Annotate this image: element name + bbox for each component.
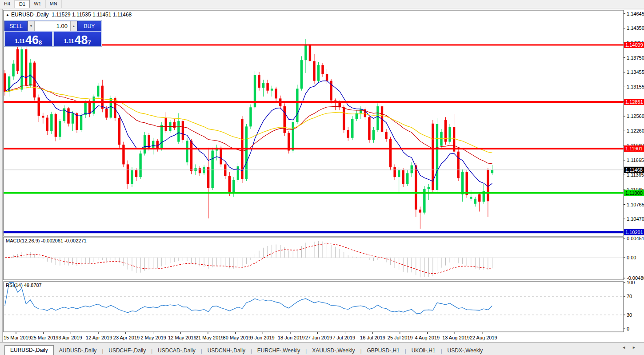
symbol-tab-usdchf[interactable]: USDCHF-,Daily — [103, 346, 151, 355]
timeframe-button-mn[interactable]: MN — [46, 0, 62, 8]
symbol-tab-usdx[interactable]: USDX-,Weekly — [442, 346, 488, 355]
svg-text:1.11365: 1.11365 — [627, 172, 644, 178]
svg-text:30: 30 — [627, 312, 632, 318]
bid-price-main: 46 — [25, 35, 39, 45]
rsi-value: 49.8787 — [24, 282, 42, 288]
svg-text:0: 0 — [627, 326, 629, 331]
ask-price-box[interactable]: 1.11487 — [54, 32, 101, 46]
chart-canvas[interactable]: 1.146451.143501.140551.137501.134551.131… — [0, 9, 644, 342]
date-axis: 15 Mar 201925 Mar 20193 Apr 201912 Apr 2… — [4, 332, 497, 340]
rsi-indicator-label: RSI(14) 49.8787 — [6, 282, 42, 288]
svg-text:15 Mar 2019: 15 Mar 2019 — [4, 335, 31, 340]
chart-symbol-label: EURUSD-,Daily — [11, 12, 49, 18]
svg-text:4 Aug 2019: 4 Aug 2019 — [415, 335, 440, 340]
macd-indicator-label: MACD(12,26,9) -0.002061 -0.002271 — [6, 238, 87, 243]
one-click-trade-widget: SELL ▼ 1.00 ▲ BUY 1.11468 1.11487 — [4, 20, 102, 47]
svg-text:1.11468: 1.11468 — [625, 167, 643, 173]
svg-text:1.13750: 1.13750 — [627, 55, 644, 61]
svg-text:9 Jun 2019: 9 Jun 2019 — [250, 335, 274, 340]
svg-text:1.10765: 1.10765 — [627, 202, 644, 207]
svg-text:1.14645: 1.14645 — [627, 11, 644, 16]
tab-scroll-buttons: ◄► — [622, 345, 642, 350]
bid-price-prefix: 1.11 — [15, 38, 25, 44]
symbol-tab-eurusd[interactable]: EURUSD-,Daily — [4, 345, 54, 355]
symbol-tab-xauusd[interactable]: XAUUSD-,Weekly — [307, 346, 360, 355]
svg-text:12 Apr 2019: 12 Apr 2019 — [86, 335, 112, 340]
svg-text:0.00: 0.00 — [627, 255, 636, 260]
svg-text:1.13155: 1.13155 — [627, 84, 644, 89]
svg-text:1.14350: 1.14350 — [627, 25, 644, 31]
svg-text:13 Aug 2019: 13 Aug 2019 — [442, 335, 470, 340]
svg-text:1.11901: 1.11901 — [625, 146, 643, 151]
svg-text:7 Jul 2019: 7 Jul 2019 — [332, 335, 355, 340]
svg-text:2 May 2019: 2 May 2019 — [141, 335, 166, 340]
symbol-tab-audusd[interactable]: AUDUSD-,Daily — [54, 346, 102, 355]
svg-text:16 Jul 2019: 16 Jul 2019 — [360, 335, 385, 340]
buy-button[interactable]: BUY — [77, 21, 101, 31]
svg-text:3 Apr 2019: 3 Apr 2019 — [58, 335, 82, 340]
symbol-tabs: EURUSD-,DailyAUDUSD-,Daily|USDCHF-,Daily… — [4, 345, 488, 355]
volume-decrease-button[interactable]: ▼ — [28, 21, 35, 31]
svg-text:100: 100 — [627, 280, 635, 285]
macd-values: -0.002061 -0.002271 — [41, 238, 86, 243]
svg-text:21 May 2019: 21 May 2019 — [196, 335, 224, 340]
tab-scroll-right-icon[interactable]: ► — [632, 345, 642, 350]
chart-title: ▲EURUSD-,Daily 1.11529 1.11535 1.11451 1… — [6, 12, 132, 18]
svg-text:1.11000: 1.11000 — [625, 190, 643, 196]
svg-text:18 Jun 2019: 18 Jun 2019 — [278, 335, 305, 340]
svg-text:30 May 2019: 30 May 2019 — [223, 335, 252, 340]
svg-text:1.13455: 1.13455 — [627, 69, 644, 75]
ask-price-point: 7 — [88, 40, 91, 45]
symbol-tab-usdcnh[interactable]: USDCNH-,Daily — [202, 346, 251, 355]
chart-collapse-icon[interactable]: ▲ — [6, 13, 9, 17]
symbol-tab-bar: EURUSD-,DailyAUDUSD-,Daily|USDCHF-,Daily… — [0, 342, 644, 355]
sell-button[interactable]: SELL — [4, 21, 28, 31]
svg-text:25 Mar 2019: 25 Mar 2019 — [31, 335, 59, 340]
timeframe-button-h4[interactable]: H4 — [0, 0, 15, 8]
chart-window: 1.146451.143501.140551.137501.134551.131… — [0, 9, 644, 342]
volume-input[interactable]: 1.00 — [35, 21, 70, 31]
ask-price-main: 48 — [74, 35, 88, 45]
trading-platform-window: H4D1W1MN 1.146451.143501.140551.137501.1… — [0, 0, 644, 355]
symbol-tab-gbpusd[interactable]: GBPUSD-,H1 — [361, 346, 404, 355]
timeframe-button-w1[interactable]: W1 — [30, 0, 46, 8]
svg-text:23 Apr 2019: 23 Apr 2019 — [113, 335, 140, 340]
svg-text:25 Jul 2019: 25 Jul 2019 — [388, 335, 413, 340]
svg-text:70: 70 — [627, 294, 632, 299]
bid-price-box[interactable]: 1.11468 — [5, 32, 52, 46]
svg-text:1.14009: 1.14009 — [625, 42, 643, 48]
svg-text:1.12851: 1.12851 — [625, 99, 643, 105]
symbol-tab-eurchf[interactable]: EURCHF-,Weekly — [252, 346, 305, 355]
svg-text:1.10201: 1.10201 — [625, 230, 643, 235]
svg-text:22 Aug 2019: 22 Aug 2019 — [470, 335, 497, 340]
svg-text:0.004517: 0.004517 — [627, 236, 644, 241]
chart-ohlc-values: 1.11529 1.11535 1.11451 1.11468 — [52, 12, 132, 18]
symbol-tab-usdcad[interactable]: USDCAD-,Daily — [152, 346, 201, 355]
svg-text:1.12560: 1.12560 — [627, 113, 644, 119]
volume-increase-button[interactable]: ▲ — [70, 21, 77, 31]
bid-price-point: 8 — [39, 40, 42, 45]
svg-text:12 May 2019: 12 May 2019 — [168, 335, 196, 340]
ask-price-prefix: 1.11 — [64, 38, 74, 44]
svg-text:1.11665: 1.11665 — [627, 157, 644, 163]
timeframe-toolbar: H4D1W1MN — [0, 0, 644, 8]
svg-text:27 Jun 2019: 27 Jun 2019 — [305, 335, 332, 340]
tab-scroll-left-icon[interactable]: ◄ — [622, 345, 632, 350]
svg-text:1.10470: 1.10470 — [627, 216, 644, 222]
timeframe-button-d1[interactable]: D1 — [15, 0, 30, 8]
price-axis: 1.146451.143501.140551.137501.134551.131… — [624, 11, 644, 331]
svg-text:1.12260: 1.12260 — [627, 128, 644, 133]
symbol-tab-ukoil[interactable]: UKOil-,H1 — [406, 346, 441, 355]
